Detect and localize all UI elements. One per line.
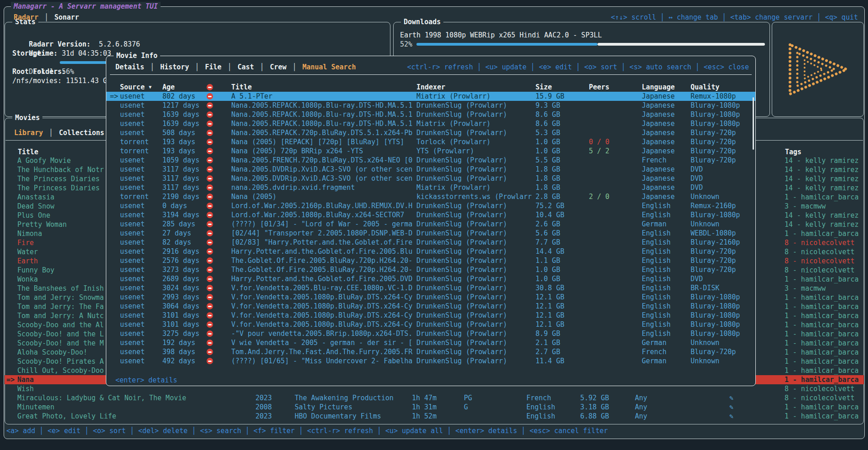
release-source: usenet	[120, 128, 145, 137]
release-row[interactable]: usenet 3273 days The.Goblet.Of.Fire.2005…	[106, 265, 755, 274]
movie-row[interactable]: Miraculous: Ladybug & Cat Noir, The Movi…	[5, 393, 864, 403]
movie-tag: 1 - hamilcar_barca	[785, 311, 859, 320]
release-title: -"V pour vendetta.2005.BRrip.1080p.x264-…	[231, 329, 415, 338]
release-row[interactable]: usenet 1639 days Nana.2005.REPACK.1080p.…	[106, 119, 755, 128]
release-row[interactable]: torrent 193 days Nana (2005) 720p BRRip …	[106, 147, 755, 156]
release-title: Nana.2005.REPACK.1080p.Blu-ray.DTS-HD.MA…	[231, 119, 415, 128]
header-size[interactable]: Size	[535, 83, 552, 92]
movie-title: Tom and Jerry: The Fa	[17, 302, 104, 311]
header-language[interactable]: Language	[642, 83, 675, 92]
tab-file[interactable]: File	[205, 63, 222, 72]
download-item-title[interactable]: Earth 1998 1080p WEBRip x265 Hindi AAC2.…	[400, 31, 602, 40]
release-source: usenet	[120, 311, 145, 320]
release-row[interactable]: usenet 2916 days Harry.Potter.and.the.Go…	[106, 247, 755, 256]
tab-cast[interactable]: Cast	[238, 63, 254, 72]
release-row[interactable]: usenet 3194 days Lord.of.War.2005.1080p.…	[106, 210, 755, 220]
movies-title-header[interactable]: Title	[18, 147, 38, 157]
release-row[interactable]: usenet 3064 days V.for.Vendetta.2005.108…	[106, 302, 755, 311]
release-row[interactable]: usenet 3101 days V.for.Vendetta.2005.108…	[106, 311, 755, 320]
release-age: 1639 days	[162, 119, 199, 128]
release-quality: Unknown	[691, 220, 719, 229]
release-row[interactable]: usenet 3117 days Nana.2005.DVDRip.XviD.A…	[106, 174, 755, 183]
release-language: Japanese	[642, 119, 675, 128]
release-title: V wie Vendetta - 2005 - german - der sir…	[231, 338, 415, 347]
header-age[interactable]: Age	[162, 83, 175, 92]
release-title: Nana.2005.DVDRip.XviD.AC3-SVO (or other …	[231, 165, 415, 174]
tab-library[interactable]: Library	[14, 128, 43, 137]
release-language: English	[642, 320, 670, 329]
tab-manual-search[interactable]: Manual Search	[302, 63, 356, 72]
release-row[interactable]: usenet 2576 days The.Goblet.Of.Fire.2005…	[106, 256, 755, 265]
release-size: 75.2 GB	[535, 201, 564, 210]
release-indexer: DrunkenSlug (Prowlarr)	[416, 311, 533, 320]
release-title: Nana.2005.REPACK.1080p.Blu-ray.DTS-HD.MA…	[231, 101, 415, 110]
movie-title: Dead Snow	[17, 202, 54, 211]
tab-details[interactable]: Details	[115, 63, 144, 72]
release-row[interactable]: usenet 1059 days Nana.2005.FRENCH.720p.B…	[106, 156, 755, 165]
release-indexer: DrunkenSlug (Prowlarr)	[416, 110, 533, 119]
tab-radarr[interactable]: Radarr	[14, 13, 38, 22]
release-row[interactable]: usenet 3275 days -"V pour vendetta.2005.…	[106, 329, 755, 338]
release-language: English	[642, 238, 670, 247]
release-size: 5.3 GB	[535, 128, 560, 137]
release-language: English	[642, 256, 670, 265]
release-table-header: Source ▼ Age Title Indexer Size Peers La…	[106, 83, 755, 92]
header-quality[interactable]: Quality	[691, 83, 719, 92]
release-size: 12.1 GB	[535, 293, 564, 302]
release-indexer: DrunkenSlug (Prowlarr)	[416, 165, 533, 174]
tab-sonarr[interactable]: Sonarr	[54, 13, 79, 22]
movie-title: Aloha Scooby-Doo!	[17, 348, 88, 357]
movie-row[interactable]: Minutemen 2008 Salty Pictures 1h 31m G E…	[5, 403, 864, 412]
header-peers[interactable]: Peers	[589, 83, 609, 92]
release-row[interactable]: usenet 492 days (????) [01/65] - "Miss U…	[106, 356, 755, 366]
release-indexer: DrunkenSlug (Prowlarr)	[416, 256, 533, 265]
movie-row[interactable]: Great Photo, Lovely Life 2023 HBO Docume…	[5, 412, 864, 421]
release-row[interactable]: usenet 192 days V wie Vendetta - 2005 - …	[106, 338, 755, 347]
release-row[interactable]: usenet 0 days Lord.of.War.2005.2160p.Blu…	[106, 201, 755, 210]
release-row[interactable]: torrent 2190 days Nana (2005) kickasstor…	[106, 192, 755, 201]
release-row[interactable]: usenet 3117 days nana.2005.dvdrip.xvid.f…	[106, 183, 755, 192]
header-source[interactable]: Source ▼	[120, 83, 151, 92]
no-entry-icon	[207, 157, 213, 163]
movie-title: Miraculous: Ladybug & Cat Noir, The Movi…	[17, 393, 186, 403]
release-indexer: Torlock (Prowlarr)	[416, 137, 533, 147]
release-row[interactable]: usenet 398 days Tom.And.Jerry.The.Fast.A…	[106, 347, 755, 356]
movie-tag: 1 - hamilcar_barca	[785, 375, 859, 384]
release-quality: Bluray-1080p	[691, 302, 740, 311]
movie-tag: 1 - hamilcar_barca	[785, 193, 859, 202]
release-row[interactable]: torrent 193 days Nana (2005) [REPACK] [7…	[106, 137, 755, 147]
release-age: 802 days	[162, 92, 195, 101]
release-quality: Bluray-1080p	[691, 320, 740, 329]
tab-separator: │	[228, 63, 232, 72]
release-title: (????) [01/65] - "Miss Undercover 2- Fab…	[231, 356, 415, 366]
movies-tags-header[interactable]: Tags	[785, 147, 801, 157]
no-entry-icon	[207, 285, 213, 291]
release-row[interactable]: usenet 1639 days Nana.2005.REPACK.1080p.…	[106, 110, 755, 119]
tab-crew[interactable]: Crew	[270, 63, 286, 72]
no-entry-icon	[207, 267, 213, 273]
header-indexer[interactable]: Indexer	[416, 83, 445, 92]
release-row[interactable]: usenet 3101 days V.for.Vendetta.2005.108…	[106, 320, 755, 329]
tab-collections[interactable]: Collections	[59, 128, 104, 137]
modal-scrollbar[interactable]	[753, 97, 754, 150]
release-language: English	[642, 229, 670, 238]
header-title[interactable]: Title	[231, 83, 252, 92]
release-row[interactable]: usenet 2993 days V.for.Vendetta.2005.108…	[106, 293, 755, 302]
release-row[interactable]: usenet 508 days Nana.2005.REPACK.720p.Bl…	[106, 128, 755, 137]
release-row[interactable]: usenet 3024 days V.for.Vendetta.2005.Blu…	[106, 283, 755, 293]
release-indexer: DrunkenSlug (Prowlarr)	[416, 174, 533, 183]
tab-history[interactable]: History	[160, 63, 189, 72]
release-row[interactable]: usenet 27 days [02/44] "Transporter 2.20…	[106, 229, 755, 238]
release-row[interactable]: => usenet 802 days A 5.1-PTer Miatrix (P…	[106, 92, 755, 101]
release-row[interactable]: usenet 2689 days Harry.Potter.and.the.Go…	[106, 274, 755, 283]
movie-rating: G	[464, 403, 468, 412]
release-age: 82 days	[162, 238, 191, 247]
release-row[interactable]: usenet 285 days (????) [01/34] - "Lord o…	[106, 220, 755, 229]
movie-tag: 1 - hamilcar_barca	[785, 302, 859, 311]
release-quality: Bluray-720p	[691, 137, 736, 147]
release-size: 1.8 GB	[535, 174, 560, 183]
release-row[interactable]: usenet 3117 days Nana.2005.DVDRip.XviD.A…	[106, 165, 755, 174]
release-row[interactable]: usenet 1217 days Nana.2005.REPACK.1080p.…	[106, 101, 755, 110]
release-age: 1217 days	[162, 101, 199, 110]
release-row[interactable]: usenet 82 days [02/83] "Harry.Potter.and…	[106, 238, 755, 247]
